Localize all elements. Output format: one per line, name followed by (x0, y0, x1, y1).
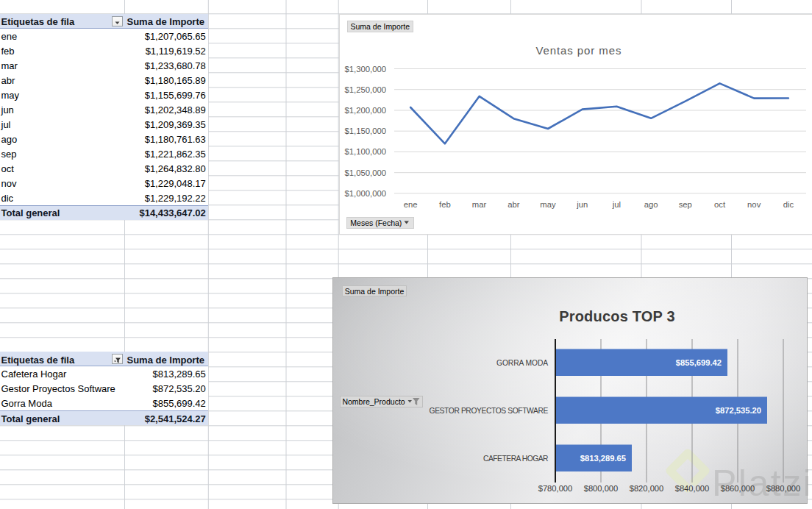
svg-text:oct: oct (714, 200, 726, 209)
svg-text:$872,535.20: $872,535.20 (716, 406, 761, 415)
svg-text:$1,300,000: $1,300,000 (344, 65, 386, 74)
svg-text:$1,150,000: $1,150,000 (344, 127, 386, 136)
svg-text:dic: dic (783, 200, 794, 209)
svg-text:$1,050,000: $1,050,000 (344, 168, 386, 177)
svg-text:jun: jun (576, 200, 588, 209)
svg-text:$860,000: $860,000 (721, 484, 755, 493)
svg-text:$1,250,000: $1,250,000 (344, 85, 386, 94)
svg-text:$820,000: $820,000 (630, 484, 664, 493)
svg-text:CAFETERA HOGAR: CAFETERA HOGAR (483, 455, 548, 463)
svg-text:jul: jul (612, 200, 621, 209)
svg-text:mar: mar (472, 200, 487, 209)
svg-text:$1,000,000: $1,000,000 (344, 189, 386, 198)
svg-text:$800,000: $800,000 (584, 484, 619, 493)
svg-text:$813,289.65: $813,289.65 (580, 454, 626, 463)
svg-text:GESTOR PROYECTOS SOFTWARE: GESTOR PROYECTOS SOFTWARE (430, 407, 549, 415)
svg-text:ene: ene (404, 200, 418, 209)
svg-text:$1,100,000: $1,100,000 (344, 148, 386, 157)
svg-text:feb: feb (439, 200, 451, 209)
svg-text:may: may (540, 200, 556, 209)
svg-text:nov: nov (747, 200, 761, 209)
svg-text:$840,000: $840,000 (675, 484, 710, 493)
svg-text:$855,699.42: $855,699.42 (676, 358, 722, 367)
svg-text:$880,000: $880,000 (766, 484, 801, 493)
svg-text:sep: sep (678, 200, 691, 209)
svg-text:ago: ago (644, 200, 658, 209)
svg-text:$780,000: $780,000 (538, 484, 573, 493)
svg-text:$1,200,000: $1,200,000 (344, 106, 386, 115)
svg-text:abr: abr (508, 200, 520, 209)
svg-text:GORRA MODA: GORRA MODA (496, 359, 548, 367)
